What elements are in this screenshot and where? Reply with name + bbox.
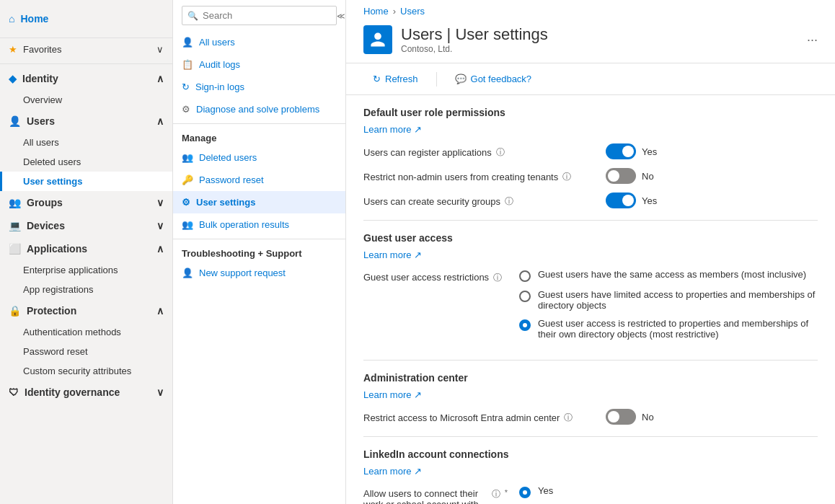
guest-option-2[interactable]: Guest users have limited access to prope…	[519, 289, 818, 311]
guest-option-1[interactable]: Guest users have the same access as memb…	[519, 269, 818, 282]
linkedin-option-yes[interactable]: Yes	[519, 485, 601, 498]
feedback-button[interactable]: 💬 Got feedback?	[446, 69, 542, 89]
radio-3	[519, 319, 531, 331]
register-apps-toggle[interactable]	[606, 143, 636, 159]
admin-center-label: Restrict access to Microsoft Entra admin…	[363, 409, 594, 424]
sidebar-users-group[interactable]: 👤 Users ∧	[0, 110, 172, 133]
protection-label: Protection	[27, 305, 76, 317]
sidebar-user-settings[interactable]: User settings	[0, 172, 172, 191]
admin-center-toggle[interactable]	[606, 409, 636, 425]
search-box: 🔍 ≪	[182, 6, 337, 25]
register-apps-info-icon[interactable]: ⓘ	[496, 146, 505, 159]
linkedin-options: Yes Selected group	[519, 485, 601, 504]
guest-access-options: Guest users have the same access as memb…	[519, 269, 818, 340]
security-groups-info-icon[interactable]: ⓘ	[505, 195, 513, 208]
security-groups-control: Yes	[606, 193, 657, 208]
non-admin-row: Restrict non-admin users from creating t…	[363, 168, 818, 184]
breadcrumb-home[interactable]: Home	[363, 6, 389, 17]
admin-center-info-icon[interactable]: ⓘ	[564, 412, 573, 424]
search-input[interactable]	[182, 6, 337, 25]
nav-support[interactable]: 👤 New support request	[173, 262, 345, 284]
nav-all-users[interactable]: 👤 All users	[173, 31, 345, 53]
diamond-icon: ◆	[9, 73, 17, 84]
linkedin-info-icon[interactable]: ⓘ	[492, 488, 500, 500]
settings-content: Default user role permissions Learn more…	[346, 95, 835, 504]
breadcrumb-users[interactable]: Users	[400, 6, 425, 17]
sidebar-groups-group[interactable]: 👥 Groups ∨	[0, 191, 172, 214]
sidebar-identity-group[interactable]: ◆ Identity ∧	[0, 67, 172, 90]
identity-label: Identity	[22, 73, 58, 84]
deleted-users-icon: 👥	[182, 152, 193, 163]
linkedin-label: Allow users to connect their work or sch…	[363, 485, 508, 504]
identity-gov-label: Identity governance	[25, 386, 120, 398]
guest-access-info-icon[interactable]: ⓘ	[493, 272, 502, 284]
sidebar-applications-group[interactable]: ⬜ Applications ∧	[0, 237, 172, 260]
sidebar-favorites[interactable]: ★ Favorites ∨	[0, 38, 172, 61]
sidebar-custom-security[interactable]: Custom security attributes	[0, 361, 172, 381]
guest-access-label: Guest user access restrictions ⓘ	[363, 269, 508, 284]
toolbar-separator	[436, 72, 437, 87]
admin-center-value: No	[642, 412, 654, 423]
support-icon: 👤	[182, 268, 193, 278]
nav-bulk-ops[interactable]: 👥 Bulk operation results	[173, 213, 345, 236]
non-admin-info-icon[interactable]: ⓘ	[562, 171, 571, 183]
linkedin-title: LinkedIn account connections	[363, 448, 818, 460]
bulk-icon: 👥	[182, 219, 193, 230]
password-icon: 🔑	[182, 174, 193, 185]
favorites-chevron: ∨	[156, 44, 164, 55]
protection-icon: 🔒	[9, 305, 21, 317]
groups-chevron: ∨	[156, 197, 164, 208]
sidebar-home-label: Home	[20, 13, 48, 25]
nav-deleted-users[interactable]: 👥 Deleted users	[173, 146, 345, 169]
settings-icon: ⚙	[182, 197, 190, 208]
sidebar-overview[interactable]: Overview	[0, 90, 172, 110]
sidebar-all-users[interactable]: All users	[0, 133, 172, 152]
page-header: Users | User settings Contoso, Ltd. ···	[346, 22, 835, 63]
sidebar-auth-methods[interactable]: Authentication methods	[0, 322, 172, 342]
devices-chevron: ∨	[156, 220, 164, 231]
more-options-icon[interactable]: ···	[807, 32, 818, 48]
guest-access-learn-more[interactable]: Learn more ↗	[363, 249, 818, 260]
sidebar-app-registrations[interactable]: App registrations	[0, 280, 172, 299]
non-admin-toggle[interactable]	[606, 168, 636, 184]
linkedin-external-link-icon: ↗	[414, 466, 422, 477]
sidebar-password-reset[interactable]: Password reset	[0, 342, 172, 361]
admin-center-control: No	[606, 409, 654, 425]
sidebar-identity-gov-group[interactable]: 🛡 Identity governance ∨	[0, 381, 172, 404]
secondary-nav: 🔍 ≪ 👤 All users 📋 Audit logs ↻ Sign-in l…	[173, 0, 346, 504]
content-area: Home › Users Users | User settings Conto…	[346, 0, 835, 504]
collapse-icon[interactable]: ≪	[337, 11, 345, 20]
nav-audit-logs[interactable]: 📋 Audit logs	[173, 53, 345, 76]
security-groups-toggle[interactable]	[606, 193, 636, 208]
nav-diagnose[interactable]: ⚙ Diagnose and solve problems	[173, 98, 345, 120]
linkedin-learn-more[interactable]: Learn more ↗	[363, 466, 818, 477]
refresh-icon: ↻	[373, 74, 381, 84]
nav-password-reset[interactable]: 🔑 Password reset	[173, 169, 345, 191]
sidebar-deleted-users[interactable]: Deleted users	[0, 152, 172, 172]
favorites-label: Favorites	[23, 44, 61, 55]
guest-option-3[interactable]: Guest user access is restricted to prope…	[519, 318, 818, 340]
admin-center-row: Restrict access to Microsoft Entra admin…	[363, 409, 818, 425]
devices-icon: 💻	[9, 220, 21, 231]
security-groups-row: Users can create security groups ⓘ Yes	[363, 193, 818, 208]
nav-troubleshoot-title: Troubleshooting + Support	[173, 242, 345, 262]
sidebar-enterprise-apps[interactable]: Enterprise applications	[0, 260, 172, 280]
default-permissions-learn-more[interactable]: Learn more ↗	[363, 124, 818, 135]
applications-chevron: ∧	[156, 243, 164, 255]
nav-user-settings[interactable]: ⚙ User settings	[173, 191, 345, 213]
sidebar-home[interactable]: ⌂ Home	[9, 7, 164, 30]
admin-center-learn-more[interactable]: Learn more ↗	[363, 389, 818, 400]
star-icon: ★	[9, 44, 17, 55]
sidebar-protection-group[interactable]: 🔒 Protection ∧	[0, 299, 172, 322]
refresh-button[interactable]: ↻ Refresh	[363, 69, 428, 89]
nav-manage-title: Manage	[173, 127, 345, 146]
identity-chevron: ∧	[156, 73, 164, 84]
search-icon: 🔍	[187, 11, 198, 21]
sidebar: ⌂ Home ★ Favorites ∨ ◆ Identity ∧ Overvi…	[0, 0, 173, 504]
nav-signin-logs[interactable]: ↻ Sign-in logs	[173, 76, 345, 98]
sidebar-devices-group[interactable]: 💻 Devices ∨	[0, 214, 172, 237]
home-icon: ⌂	[9, 13, 14, 25]
default-permissions-title: Default user role permissions	[363, 107, 818, 118]
users-chevron: ∧	[156, 115, 164, 127]
applications-label: Applications	[27, 243, 87, 255]
